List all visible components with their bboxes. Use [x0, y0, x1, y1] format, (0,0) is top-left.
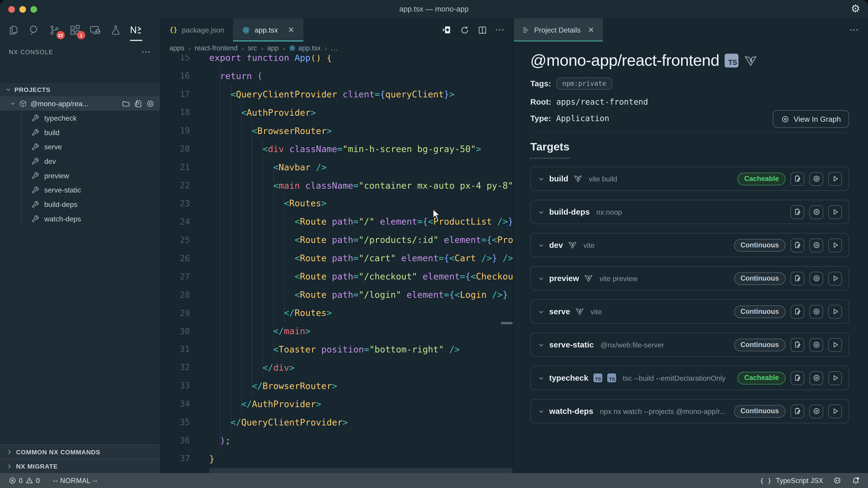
search-icon[interactable]: [26, 22, 41, 38]
settings-gear-icon[interactable]: ⚙: [851, 2, 860, 15]
target-card-preview[interactable]: previewvite previewContinuous: [530, 266, 849, 291]
sidebar-target-build[interactable]: build: [0, 125, 160, 139]
chevron-right-icon: [6, 449, 12, 454]
close-tab-icon[interactable]: ✕: [588, 26, 594, 34]
copy-button[interactable]: [790, 338, 804, 352]
chevron-down-icon[interactable]: [538, 176, 544, 182]
view-graph-icon: [812, 341, 820, 349]
target-icon[interactable]: [146, 99, 155, 108]
projects-section-header[interactable]: PROJECTS: [0, 83, 160, 96]
bell-icon[interactable]: [851, 476, 860, 485]
badge-continuous: Continuous: [734, 272, 785, 285]
view-graph-icon: [812, 241, 820, 249]
target-label: build-deps: [44, 200, 78, 208]
copilot-icon[interactable]: [833, 476, 842, 485]
chevron-down-icon[interactable]: [538, 408, 544, 414]
copy-button[interactable]: [790, 172, 804, 186]
files-icon[interactable]: [5, 22, 21, 38]
chevron-right-icon: [6, 463, 12, 469]
copy-button[interactable]: [790, 205, 804, 219]
view-graph-button[interactable]: [809, 205, 823, 219]
tab-package-json[interactable]: {} package.json: [160, 18, 233, 41]
indent-guide: [273, 158, 274, 359]
view-graph-button[interactable]: [809, 238, 823, 252]
current-line-highlight: [209, 468, 513, 473]
copy-button[interactable]: [790, 404, 804, 418]
chevron-down-icon[interactable]: [538, 308, 544, 315]
test-beaker-icon[interactable]: [108, 22, 124, 38]
breadcrumb-item[interactable]: app.tsx: [289, 44, 320, 52]
breadcrumb-item[interactable]: app: [267, 44, 279, 52]
breadcrumb-item[interactable]: …: [331, 44, 338, 52]
generate-file-icon[interactable]: [134, 99, 143, 108]
nx-console-icon[interactable]: [128, 22, 144, 38]
run-icon: [831, 341, 839, 349]
chevron-down-icon[interactable]: [538, 209, 544, 215]
sidebar-target-serve-static[interactable]: serve-static: [0, 183, 160, 197]
run-button[interactable]: [828, 338, 842, 352]
breadcrumb-item[interactable]: src: [248, 44, 257, 52]
sidebar-target-serve[interactable]: serve: [0, 139, 160, 154]
target-card-watch-deps[interactable]: watch-depsnpx nx watch --projects @mono-…: [530, 399, 849, 423]
copy-button[interactable]: [790, 304, 804, 318]
copy-button[interactable]: [790, 371, 804, 385]
detail-list-icon: [522, 26, 529, 33]
run-button[interactable]: [828, 271, 842, 285]
language-mode[interactable]: { } TypeScript JSX: [760, 477, 823, 484]
chevron-down-icon[interactable]: [538, 375, 544, 381]
chevron-down-icon[interactable]: [538, 341, 544, 348]
target-card-serve[interactable]: serveviteContinuous: [530, 299, 849, 324]
copy-button[interactable]: [790, 271, 804, 285]
view-graph-button[interactable]: [809, 338, 823, 352]
target-card-build[interactable]: buildvite buildCacheable: [530, 166, 849, 191]
badge-count: 1: [77, 31, 85, 39]
view-graph-button[interactable]: [809, 404, 823, 418]
more-actions-icon[interactable]: ···: [142, 48, 151, 57]
more-actions-icon[interactable]: ···: [495, 26, 505, 34]
remote-explorer-icon[interactable]: [88, 22, 103, 38]
sidebar-section-common-nx-commands[interactable]: COMMON NX COMMANDS: [0, 445, 160, 459]
refresh-icon[interactable]: [460, 25, 469, 35]
view-graph-button[interactable]: [809, 304, 823, 318]
problems-indicator[interactable]: 0 0: [9, 477, 40, 484]
sidebar-target-build-deps[interactable]: build-deps: [0, 197, 160, 212]
copy-button[interactable]: [790, 238, 804, 252]
breadcrumb-item[interactable]: apps: [169, 44, 184, 52]
folder-icon[interactable]: [122, 99, 130, 108]
open-project-details-icon[interactable]: [442, 25, 452, 35]
run-button[interactable]: [828, 404, 842, 418]
run-button[interactable]: [828, 205, 842, 219]
typescript-badge: TS: [725, 54, 739, 68]
project-row[interactable]: @mono-app/rea...: [0, 96, 160, 111]
chevron-down-icon[interactable]: [538, 275, 544, 281]
source-control-icon[interactable]: 32: [46, 22, 62, 38]
sidebar-target-preview[interactable]: preview: [0, 168, 160, 183]
sidebar-section-nx-migrate[interactable]: NX MIGRATE: [0, 459, 160, 473]
sidebar-target-dev[interactable]: dev: [0, 154, 160, 168]
code-line-23: 23 <Routes>: [160, 195, 513, 213]
breadcrumb-item[interactable]: react-frontend: [195, 44, 238, 52]
view-graph-button[interactable]: [809, 271, 823, 285]
run-button[interactable]: [828, 172, 842, 186]
close-tab-icon[interactable]: ✕: [288, 26, 294, 34]
target-card-typecheck[interactable]: typecheckTSTStsc --build --emitDeclarati…: [530, 366, 849, 390]
view-graph-button[interactable]: [809, 172, 823, 186]
run-button[interactable]: [828, 304, 842, 318]
target-card-serve-static[interactable]: serve-static@nx/web:file-serverContinuou…: [530, 332, 849, 357]
more-actions-icon[interactable]: ···: [850, 26, 859, 34]
tab-app-tsx[interactable]: app.tsx ✕: [233, 18, 303, 41]
split-editor-icon[interactable]: [477, 25, 487, 35]
code-editor[interactable]: 15export function App() {16 return (17 <…: [160, 55, 513, 473]
horizontal-scrollbar[interactable]: [501, 322, 513, 324]
sidebar-target-typecheck[interactable]: typecheck: [0, 111, 160, 125]
run-button[interactable]: [828, 371, 842, 385]
chevron-down-icon[interactable]: [538, 242, 544, 248]
run-button[interactable]: [828, 238, 842, 252]
target-card-dev[interactable]: devviteContinuous: [530, 233, 849, 257]
view-graph-button[interactable]: [809, 371, 823, 385]
tab-project-details[interactable]: Project Details ✕: [514, 18, 602, 41]
sidebar-target-watch-deps[interactable]: watch-deps: [0, 212, 160, 226]
extensions-icon[interactable]: 1: [67, 22, 83, 38]
view-in-graph-button[interactable]: View In Graph: [773, 110, 849, 128]
target-card-build-deps[interactable]: build-depsnx:noop: [530, 200, 849, 224]
